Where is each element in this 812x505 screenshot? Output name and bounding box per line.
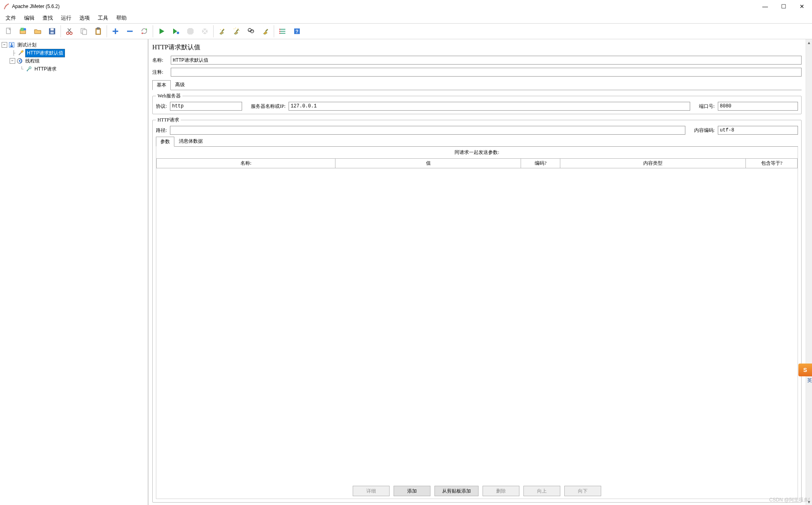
panel-heading: HTTP请求默认值: [152, 42, 802, 56]
tab-parameters[interactable]: 参数: [156, 137, 174, 147]
encoding-field[interactable]: [718, 126, 798, 135]
svg-point-30: [234, 28, 234, 29]
collapse-icon[interactable]: −: [2, 42, 7, 48]
watermark-text: CSDN @阿里嘎多f: [769, 497, 810, 503]
menu-options[interactable]: 选项: [75, 13, 94, 23]
reset-search-button[interactable]: [259, 24, 272, 38]
comment-field[interactable]: [171, 68, 802, 77]
svg-point-20: [141, 32, 143, 34]
svg-rect-6: [50, 32, 54, 34]
add-from-clipboard-button[interactable]: 从剪贴板添加: [434, 486, 479, 496]
name-label: 名称:: [152, 57, 171, 64]
name-field[interactable]: [171, 56, 802, 65]
tree-node-thread-group[interactable]: − 线程组: [1, 57, 147, 65]
protocol-field[interactable]: [170, 102, 242, 111]
add-button[interactable]: 添加: [394, 486, 430, 496]
cut-button[interactable]: [63, 24, 76, 38]
main-panel: HTTP请求默认值 名称: 注释: 基本 高级 Web服务器 协议: 服务器名: [148, 39, 806, 505]
menu-run[interactable]: 运行: [57, 13, 75, 23]
maximize-button[interactable]: ☐: [774, 0, 793, 12]
params-header: 同请求一起发送参数:: [156, 147, 798, 158]
tab-advanced[interactable]: 高级: [171, 80, 189, 90]
tree-node-http-defaults[interactable]: ├ HTTP请求默认值: [1, 49, 147, 57]
stop-button[interactable]: [184, 24, 197, 38]
expand-button[interactable]: [109, 24, 122, 38]
menu-help[interactable]: 帮助: [112, 13, 131, 23]
svg-marker-21: [160, 28, 164, 34]
shutdown-button[interactable]: [198, 24, 212, 38]
open-button[interactable]: [31, 24, 44, 38]
detail-button[interactable]: 详细: [353, 486, 390, 496]
params-buttons: 详细 添加 从剪贴板添加 删除 向上 向下: [156, 483, 798, 499]
svg-point-31: [235, 28, 236, 28]
svg-rect-5: [50, 28, 54, 30]
ime-indicator-icon[interactable]: S: [798, 364, 812, 376]
clear-button[interactable]: [215, 24, 229, 38]
svg-rect-47: [10, 45, 13, 47]
tab-basic[interactable]: 基本: [152, 80, 171, 90]
tree-root[interactable]: − 测试计划: [1, 41, 147, 49]
host-field[interactable]: [289, 102, 690, 111]
svg-point-3: [24, 28, 26, 30]
config-icon: [18, 50, 24, 56]
svg-text:?: ?: [295, 29, 298, 34]
collapse-button[interactable]: [123, 24, 137, 38]
port-label: 端口号:: [699, 103, 715, 110]
clear-all-button[interactable]: [230, 24, 243, 38]
tree-httprequest-label: HTTP请求: [33, 65, 58, 73]
tree-threadgroup-label: 线程组: [24, 57, 41, 65]
path-label: 路径:: [156, 127, 168, 134]
test-plan-tree[interactable]: − 测试计划 ├ HTTP请求默认值 − 线程组 └ HTTP请求: [0, 39, 148, 505]
start-button[interactable]: [155, 24, 168, 38]
svg-point-29: [223, 28, 224, 29]
minimize-button[interactable]: —: [756, 0, 774, 12]
delete-button[interactable]: 删除: [483, 486, 519, 496]
menu-file[interactable]: 文件: [2, 13, 20, 23]
port-field[interactable]: [718, 102, 798, 111]
vertical-scrollbar[interactable]: ▲ ▼: [806, 39, 812, 505]
svg-point-40: [279, 29, 281, 30]
title-bar: Apache JMeter (5.6.2) — ☐ ✕: [0, 0, 812, 13]
svg-marker-24: [187, 28, 194, 34]
http-request-legend: HTTP请求: [156, 117, 181, 123]
path-field[interactable]: [170, 126, 685, 135]
params-table-body[interactable]: [156, 168, 798, 483]
comment-label: 注释:: [152, 69, 171, 76]
th-name[interactable]: 名称:: [156, 159, 335, 168]
template-button[interactable]: [16, 24, 30, 38]
svg-point-7: [67, 32, 69, 34]
function-helper-button[interactable]: [276, 24, 289, 38]
tree-node-http-request[interactable]: └ HTTP请求: [1, 65, 147, 73]
up-button[interactable]: 向上: [523, 486, 560, 496]
http-request-group: HTTP请求 路径: 内容编码: 参数 消息体数据 同请求一起发送参数:: [152, 117, 802, 503]
down-button[interactable]: 向下: [564, 486, 601, 496]
toggle-button[interactable]: [137, 24, 151, 38]
params-table-header: 名称: 值 编码? 内容类型 包含等于?: [156, 158, 798, 168]
search-button[interactable]: [244, 24, 258, 38]
paste-button[interactable]: [91, 24, 105, 38]
th-include-equals[interactable]: 包含等于?: [746, 159, 798, 168]
start-no-pause-button[interactable]: [169, 24, 183, 38]
help-button[interactable]: ?: [290, 24, 304, 38]
svg-point-33: [239, 30, 240, 31]
tab-bodydata[interactable]: 消息体数据: [174, 136, 207, 146]
tree-root-label: 测试计划: [16, 41, 38, 49]
th-encode[interactable]: 编码?: [521, 159, 560, 168]
svg-point-41: [279, 31, 281, 32]
menu-edit[interactable]: 编辑: [20, 13, 38, 23]
th-content-type[interactable]: 内容类型: [560, 159, 746, 168]
svg-rect-37: [280, 29, 285, 30]
svg-rect-12: [83, 30, 87, 34]
svg-rect-39: [280, 33, 285, 34]
new-button[interactable]: [2, 24, 16, 38]
copy-button[interactable]: [77, 24, 91, 38]
svg-point-53: [29, 67, 31, 69]
svg-rect-38: [280, 31, 285, 32]
save-button[interactable]: [45, 24, 59, 38]
th-value[interactable]: 值: [335, 159, 521, 168]
menu-tools[interactable]: 工具: [94, 13, 112, 23]
scroll-up-icon[interactable]: ▲: [806, 39, 812, 46]
close-button[interactable]: ✕: [793, 0, 811, 12]
collapse-icon[interactable]: −: [10, 58, 15, 64]
menu-search[interactable]: 查找: [38, 13, 57, 23]
